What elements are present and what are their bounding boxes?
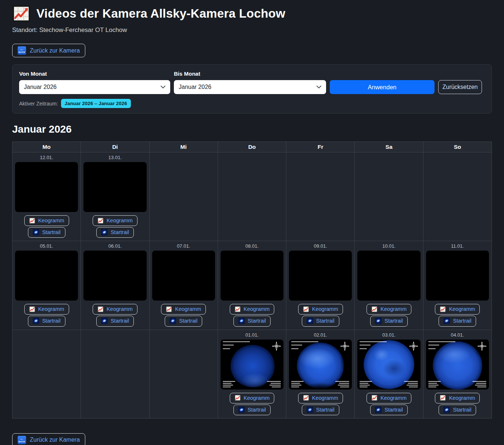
apply-button[interactable]: Anwenden [330, 80, 435, 94]
video-thumbnail[interactable] [426, 251, 489, 301]
to-month-label: Bis Monat [174, 71, 326, 77]
chart-increasing-icon [166, 306, 172, 312]
video-thumbnail[interactable] [15, 162, 78, 212]
calendar-day: 05.01. Keogramm Startrail [14, 243, 79, 326]
startrail-button[interactable]: Startrail [233, 405, 271, 415]
keogramm-label: Keogramm [244, 306, 270, 312]
milky-way-icon [169, 317, 176, 324]
keogramm-button[interactable]: Keogramm [230, 393, 275, 403]
startrail-label: Startrail [248, 406, 266, 413]
milky-way-icon [443, 406, 450, 413]
day-date-label: 09.01. [287, 243, 353, 249]
day-date-label: 07.01. [151, 243, 217, 249]
keogramm-label: Keogramm [175, 306, 201, 312]
thumbnail-overlay-text [360, 381, 372, 387]
video-thumbnail[interactable] [221, 340, 283, 390]
page-subtitle: Standort: Stechow-Ferchesar OT Lochow [12, 26, 492, 34]
keogramm-button[interactable]: Keogramm [367, 393, 411, 403]
weekday-header-row: MoDiMiDoFrSaSo [12, 142, 492, 152]
calendar-empty-cell [355, 152, 423, 241]
to-month-select[interactable]: Januar 2026 [174, 80, 326, 94]
milky-way-icon [33, 317, 39, 324]
weekday-header: Mi [149, 142, 218, 152]
keogramm-button[interactable]: Keogramm [93, 304, 137, 315]
calendar-empty-cell [149, 330, 218, 418]
keogramm-label: Keogramm [38, 306, 64, 312]
keogramm-label: Keogramm [244, 395, 270, 401]
milky-way-icon [33, 229, 39, 236]
filter-row: Von Monat Januar 2026 Bis Monat Januar 2… [19, 71, 485, 94]
keogramm-button[interactable]: Keogramm [161, 304, 206, 315]
calendar-day: 09.01. Keogramm Startrail [287, 243, 353, 326]
calendar-day-cell: 10.01. Keogramm Startrail [355, 241, 423, 330]
calendar-day: 06.01. Keogramm Startrail [82, 243, 148, 326]
startrail-button[interactable]: Startrail [96, 316, 134, 326]
chart-increasing-icon [235, 395, 241, 401]
day-date-label: 11.01. [425, 243, 490, 249]
calendar-empty-cell [218, 152, 286, 241]
keogramm-button[interactable]: Keogramm [298, 393, 343, 403]
milky-way-icon [101, 317, 108, 324]
calendar-day-cell: 01.01. Keogramm Startrail [218, 330, 286, 418]
keogramm-button[interactable]: Keogramm [93, 215, 137, 226]
video-thumbnail[interactable] [289, 340, 352, 390]
calendar-day-cell: 06.01. Keogramm Startrail [81, 241, 149, 330]
app-header: Videos der Kamera Allsky-Kamera Lochow S… [12, 5, 492, 34]
from-month-select[interactable]: Januar 2026 [19, 80, 170, 94]
video-thumbnail[interactable] [152, 251, 215, 301]
keogramm-label: Keogramm [449, 395, 475, 401]
video-thumbnail[interactable] [83, 162, 146, 212]
thumbnail-overlay-text [223, 341, 250, 349]
back-to-camera-button-bottom[interactable]: ←BACK Zurück zur Kamera [12, 433, 85, 445]
video-thumbnail[interactable] [83, 251, 146, 301]
thumbnail-overlay-text [291, 381, 304, 387]
startrail-label: Startrail [248, 317, 266, 324]
startrail-button[interactable]: Startrail [28, 316, 65, 326]
calendar-empty-cell [149, 152, 218, 241]
keogramm-button[interactable]: Keogramm [435, 304, 480, 315]
reset-button[interactable]: Zurücksetzen [438, 80, 482, 94]
to-month-field: Bis Monat Januar 2026 [174, 71, 326, 94]
calendar-day: 08.01. Keogramm Startrail [219, 243, 285, 326]
calendar-day-cell: 11.01. Keogramm Startrail [423, 241, 492, 330]
keogramm-button[interactable]: Keogramm [298, 304, 343, 315]
milky-way-icon [238, 406, 245, 413]
video-thumbnail[interactable] [289, 251, 352, 301]
startrail-button[interactable]: Startrail [96, 227, 134, 238]
day-actions: Keogramm Startrail [151, 304, 217, 326]
video-thumbnail[interactable] [426, 340, 489, 390]
keogramm-button[interactable]: Keogramm [24, 304, 69, 315]
startrail-button[interactable]: Startrail [370, 405, 408, 415]
active-range-label: Aktiver Zeitraum: [19, 101, 58, 107]
video-thumbnail[interactable] [15, 251, 78, 301]
keogramm-button[interactable]: Keogramm [435, 393, 480, 403]
keogramm-button[interactable]: Keogramm [24, 215, 69, 226]
milky-way-icon [443, 317, 450, 324]
day-actions: Keogramm Startrail [425, 393, 490, 415]
video-thumbnail[interactable] [357, 251, 420, 301]
day-actions: Keogramm Startrail [14, 215, 79, 238]
calendar-day: 12.01. Keogramm Startrail [14, 155, 79, 238]
thumbnail-overlay-text [428, 341, 455, 349]
back-to-camera-button-top[interactable]: ←BACK Zurück zur Kamera [12, 44, 85, 57]
from-month-field: Von Monat Januar 2026 [19, 71, 170, 94]
startrail-button[interactable]: Startrail [302, 405, 339, 415]
video-thumbnail[interactable] [357, 340, 420, 390]
startrail-button[interactable]: Startrail [439, 316, 476, 326]
startrail-button[interactable]: Startrail [370, 316, 408, 326]
thumbnail-overlay-text [223, 381, 235, 387]
weekday-header: Do [218, 142, 286, 152]
startrail-button[interactable]: Startrail [302, 316, 339, 326]
startrail-button[interactable]: Startrail [233, 316, 271, 326]
startrail-button[interactable]: Startrail [28, 227, 65, 238]
keogramm-label: Keogramm [380, 395, 407, 401]
chart-increasing-icon [371, 306, 378, 312]
startrail-button[interactable]: Startrail [165, 316, 202, 326]
video-thumbnail[interactable] [221, 251, 283, 301]
keogramm-button[interactable]: Keogramm [230, 304, 275, 315]
keogramm-button[interactable]: Keogramm [367, 304, 411, 315]
startrail-label: Startrail [42, 317, 61, 324]
startrail-button[interactable]: Startrail [439, 405, 476, 415]
thumbnail-overlay-text [291, 341, 318, 349]
startrail-label: Startrail [316, 406, 335, 413]
